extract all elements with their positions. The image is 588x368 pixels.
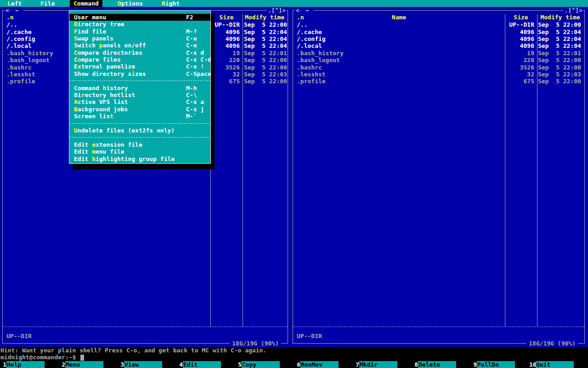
fkey-4-edit[interactable]: 4Edit [176, 361, 235, 368]
menu-item-find-file[interactable]: Find fileM-? [69, 28, 210, 35]
menu-item-external-panelize[interactable]: External panelizeC-x ! [69, 63, 210, 70]
column-header-size[interactable]: Size [505, 14, 537, 21]
file-mtime: Sep 5 22:00 [244, 64, 287, 71]
fkey-label: Mkdir [359, 361, 397, 368]
menu-item-edit-menu-file[interactable]: Edit menu file [69, 148, 210, 155]
file-mtime: Sep 5 22:01 [538, 50, 581, 57]
menu-item-compare-directories[interactable]: Compare directoriesC-x d [69, 49, 210, 56]
menu-item-swap-panels[interactable]: Swap panelsC-u [69, 35, 210, 42]
fkey-3-view[interactable]: 3View [118, 361, 176, 368]
fkey-10-quit[interactable]: 10Quit [529, 361, 588, 368]
mini-status-separator [3, 327, 288, 327]
menu-item-undelete-files-ext2fs-only[interactable]: Undelete files (ext2fs only) [69, 127, 210, 134]
column-header-modify-time[interactable]: Modify time [243, 14, 287, 21]
file-mtime: Sep 5 22:00 [538, 57, 581, 63]
menu-bar-item-command[interactable]: Command [70, 0, 102, 7]
menu-item-switch-panels-on-off[interactable]: Switch panels on/offC-o [69, 42, 210, 49]
file-name: .profile [6, 78, 35, 85]
fkey-label: Menu [65, 361, 103, 368]
fkey-6-renmov[interactable]: 6RenMov [294, 361, 353, 368]
fkey-8-delete[interactable]: 8Delete [412, 361, 470, 368]
menu-item-shortcut: C-x a [186, 98, 204, 105]
menu-item-background-jobs[interactable]: Background jobsC-x j [69, 106, 210, 113]
file-name: .lesshst [6, 71, 35, 78]
file-name: .bashrc [297, 64, 322, 71]
fkey-9-pulldn[interactable]: 9PullDn [470, 361, 529, 368]
menu-item-screen-list[interactable]: Screen listM-` [69, 113, 210, 120]
file-row-config[interactable]: /.config4096Sep 5 22:04 [293, 35, 584, 42]
menu-bar-item-left[interactable]: Left [4, 0, 25, 7]
menu-item-directory-hotlist[interactable]: Directory hotlistC-\ [69, 92, 210, 98]
file-row-lesshst[interactable]: .lesshst32Sep 5 22:03 [293, 71, 584, 78]
menu-item-edit-extension-file[interactable]: Edit extension file [69, 141, 210, 148]
menu-bar-item-options[interactable]: Options [114, 0, 147, 7]
file-size: UP--DIR [211, 21, 240, 28]
parent-dir-button[interactable]: < [295, 7, 300, 14]
file-row-bashrc[interactable]: .bashrc3526Sep 5 22:00 [293, 64, 584, 71]
menu-bar-item-right[interactable]: Right [158, 0, 183, 7]
menu-item-show-directory-sizes[interactable]: Show directory sizesC-Space [69, 70, 210, 77]
panel-path[interactable]: ~ [301, 7, 313, 14]
menu-item-shortcut: F2 [186, 14, 193, 21]
file-row-[interactable]: /..UP--DIRSep 5 22:00 [293, 21, 584, 28]
file-mtime: Sep 5 22:04 [538, 29, 581, 35]
fkey-number: 7 [353, 361, 359, 368]
panel-path[interactable]: ~ [11, 7, 23, 14]
file-size: 32 [211, 71, 240, 78]
menu-item-command-history[interactable]: Command historyM-h [69, 85, 210, 92]
file-mtime: Sep 5 22:00 [244, 78, 287, 85]
fkey-5-copy[interactable]: 5Copy [235, 361, 294, 368]
menu-item-shortcut: C-x d [186, 49, 204, 56]
file-size: 4096 [211, 35, 240, 42]
file-size: 220 [211, 57, 240, 63]
file-mtime: Sep 5 22:04 [244, 29, 287, 35]
file-row-bash-logout[interactable]: .bash_logout220Sep 5 22:00 [293, 57, 584, 63]
file-name: /.local [6, 42, 32, 49]
fkey-number: 5 [235, 361, 242, 368]
file-row-profile[interactable]: .profile675Sep 5 22:00 [293, 78, 584, 85]
fkey-7-mkdir[interactable]: 7Mkdir [353, 361, 412, 368]
file-name: .bash_history [297, 50, 344, 57]
dropdown-menu: User menuF2Directory treeFind fileM-?Swa… [69, 10, 211, 164]
column-header-name[interactable]: Name [293, 14, 505, 21]
fkey-1-help[interactable]: 1Help [0, 361, 59, 368]
file-name: .bash_logout [297, 57, 340, 63]
panel-nav-controls[interactable]: .[^]> [267, 7, 287, 14]
file-row-local[interactable]: /.local4096Sep 5 22:04 [293, 42, 584, 49]
menu-item-shortcut: C-x ! [186, 63, 204, 70]
fkey-label: View [124, 361, 162, 368]
menu-item-active-vfs-list[interactable]: Active VFS listC-x a [69, 98, 210, 105]
file-mtime: Sep 5 22:04 [244, 35, 287, 42]
file-size: 220 [506, 57, 534, 63]
fkey-label: Quit [536, 361, 574, 368]
menu-bar-item-file[interactable]: File [37, 0, 58, 7]
menu-item-shortcut: C-Space [186, 70, 211, 77]
file-size: 3526 [506, 64, 534, 71]
file-name: .profile [297, 78, 326, 85]
file-size: 675 [506, 78, 534, 85]
column-header-modify-time[interactable]: Modify time [537, 14, 583, 21]
menu-item-shortcut: C-u [186, 35, 197, 42]
menu-item-edit-highlighting-group-file[interactable]: Edit highlighting group file [69, 155, 210, 162]
parent-dir-button[interactable]: < [5, 7, 10, 14]
menu-item-user-menu[interactable]: User menuF2 [69, 14, 210, 21]
file-name: /.cache [6, 29, 32, 35]
file-row-bash-history[interactable]: .bash_history19Sep 5 22:01 [293, 50, 584, 57]
panel-nav-controls[interactable]: .[^]> [564, 7, 583, 14]
menu-item-directory-tree[interactable]: Directory tree [69, 21, 210, 28]
fkey-2-menu[interactable]: 2Menu [59, 361, 118, 368]
file-name: /.config [297, 35, 326, 42]
menu-separator [69, 123, 210, 124]
menu-item-compare-files[interactable]: Compare filesC-x C-d [69, 56, 210, 63]
menu-separator [69, 137, 210, 138]
shell-prompt[interactable]: midnight@commander:~$ [0, 354, 76, 361]
file-mtime: Sep 5 22:00 [244, 21, 287, 28]
fkey-label: RenMov [300, 361, 339, 368]
column-header-size[interactable]: Size [210, 14, 243, 21]
fkey-label: Delete [418, 361, 456, 368]
file-mtime: Sep 5 22:00 [538, 78, 581, 85]
file-row-cache[interactable]: /.cache4096Sep 5 22:04 [293, 29, 584, 35]
file-name: .lesshst [297, 71, 326, 78]
file-size: 4096 [211, 42, 240, 49]
file-name: .bash_history [6, 50, 53, 57]
